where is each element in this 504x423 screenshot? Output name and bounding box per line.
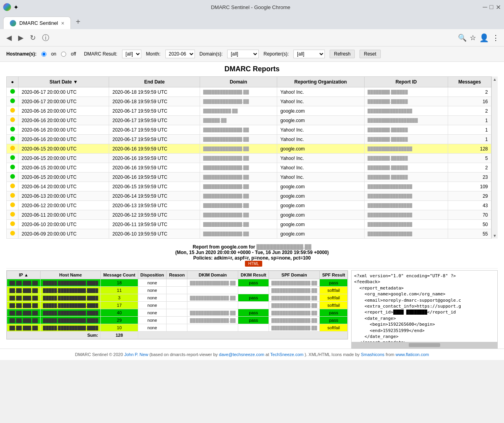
detail-table-row[interactable]: ██.██.███.██ █████.██████████.████ 18 no… [7,279,348,287]
tab-close-button[interactable]: × [61,20,64,26]
table-row[interactable]: 2020-06-17 20:00:00 UTC 2020-06-18 19:59… [7,97,491,106]
new-tab-button[interactable]: + [72,16,83,28]
end-date-cell: 2020-06-10 19:59:59 UTC [109,229,200,239]
col-dkim-domain[interactable]: DKIM Domain [187,271,238,279]
detail-table-row[interactable]: ██.██.███.██ █████.██████████.████ 3 non… [7,294,348,302]
table-row[interactable]: 2020-06-09 20:00:00 UTC 2020-06-10 19:59… [7,229,491,239]
table-row[interactable]: 2020-06-15 20:00:00 UTC 2020-06-16 19:59… [7,173,491,182]
dkim-result-cell: pass [238,309,269,317]
col-spf-result[interactable]: SPF Result [320,271,348,279]
maximize-icon[interactable]: □ [489,4,493,11]
status-dot [10,174,15,179]
table-row[interactable]: 2020-06-13 20:00:00 UTC 2020-06-14 19:59… [7,191,491,201]
minimize-icon[interactable]: ─ [483,4,487,11]
start-date-cell: 2020-06-09 20:00:00 UTC [19,229,109,239]
account-icon[interactable]: 👤 [479,33,489,43]
domain-cell: ██████████.██ [200,106,277,116]
menu-icon[interactable]: ⋮ [492,33,499,42]
back-button[interactable]: ◀ [5,32,13,44]
dmarc-result-select[interactable]: [all] [122,50,141,58]
footer-john-link[interactable]: John P. New [124,352,148,357]
detail-body: IP ▲ Host Name Message Count Disposition… [6,270,498,349]
table-row[interactable]: 2020-06-16 20:00:00 UTC 2020-06-17 19:59… [7,135,491,144]
scroll-up-arrow[interactable]: ▲ [492,76,498,82]
bookmark-icon[interactable]: ☆ [470,33,476,42]
ip-cell: ██.██.███.██ [7,317,41,324]
reports-title: DMARC Reports [6,65,498,73]
dkim-domain-cell [187,324,238,332]
info-button[interactable]: ⓘ [41,32,51,44]
col-messages[interactable]: Messages [448,77,491,87]
footer-techsneeze-link[interactable]: TechSneeze.com [270,352,303,357]
col-dkim-result[interactable]: DKIM Result [238,271,269,279]
reset-button[interactable]: Reset [359,50,380,58]
footer-dave-link[interactable]: dave@techsneeze.com [219,352,264,357]
col-start-date[interactable]: Start Date ▼ [19,77,109,87]
detail-table-container[interactable]: IP ▲ Host Name Message Count Disposition… [6,270,348,340]
reporter-select[interactable]: [all] [293,50,325,58]
table-row[interactable]: 2020-06-16 20:00:00 UTC 2020-06-17 19:59… [7,116,491,125]
col-disposition[interactable]: Disposition [138,271,167,279]
table-row[interactable]: 2020-06-14 20:00:00 UTC 2020-06-15 19:59… [7,182,491,191]
domains-select[interactable]: [all] [227,50,259,58]
close-icon[interactable]: ✕ [496,4,501,11]
count-cell: 11 [101,287,138,294]
table-row[interactable]: 2020-06-15 20:00:00 UTC 2020-06-16 19:59… [7,154,491,163]
sum-row: Sum: 128 [7,332,348,339]
xml-panel[interactable]: <?xml version="1.0" encoding="UTF-8" ?> … [351,270,498,349]
col-domain[interactable]: Domain [200,77,277,87]
report-id-cell: ████████████████ [364,182,448,191]
detail-table-row[interactable]: ██.██.███.██ █████.██████████.████ 10 no… [7,324,348,332]
count-cell: 10 [101,324,138,332]
col-host-name[interactable]: Host Name [41,271,101,279]
reports-scrollbar[interactable]: ▲ ▼ [491,76,498,239]
start-date-cell: 2020-06-15 20:00:00 UTC [19,163,109,173]
search-icon[interactable]: 🔍 [458,33,467,42]
footer-copyright: DMARC Sentinel © 2020 [75,352,123,357]
table-row[interactable]: 2020-06-15 20:00:00 UTC 2020-06-16 19:59… [7,163,491,173]
host-cell: █████.██████████.████ [41,279,101,287]
scroll-down-arrow[interactable]: ▼ [492,233,498,239]
hostname-off-label: off [71,51,76,57]
table-row[interactable]: 2020-06-16 20:00:00 UTC 2020-06-17 19:59… [7,106,491,116]
col-reporting-org[interactable]: Reporting Organization [277,77,364,87]
host-cell: █████.██████████.████ [41,287,101,294]
forward-button[interactable]: ▶ [17,32,25,44]
table-row[interactable]: 2020-06-16 20:00:00 UTC 2020-06-17 19:59… [7,125,491,135]
detail-table-row[interactable]: ██.██.███.██ █████.██████████.████ 11 no… [7,287,348,294]
table-row[interactable]: 2020-06-10 20:00:00 UTC 2020-06-11 19:59… [7,220,491,229]
col-reason[interactable]: Reason [167,271,187,279]
month-select[interactable]: 2020-06 [165,50,195,58]
col-spf-domain[interactable]: SPF Domain [269,271,320,279]
detail-table-row[interactable]: ██.██.███.██ █████.██████████.████ 29 no… [7,317,348,324]
table-row[interactable]: 2020-06-11 20:00:00 UTC 2020-06-12 19:59… [7,210,491,220]
status-dot-cell [7,163,19,173]
messages-cell: 16 [448,97,491,106]
col-message-count[interactable]: Message Count [101,271,138,279]
window-controls[interactable]: ─ □ ✕ [483,4,501,11]
table-row[interactable]: 2020-06-15 20:00:00 UTC 2020-06-16 19:59… [7,144,491,154]
reports-table-scroll[interactable]: ● Start Date ▼ End Date Domain Reporting… [6,76,491,239]
col-report-id[interactable]: Report ID [364,77,448,87]
html-export-button[interactable]: HTML [245,261,262,267]
detail-table-row[interactable]: ██.██.███.██ █████.██████████.████ 17 no… [7,302,348,309]
end-date-cell: 2020-06-17 19:59:59 UTC [109,135,200,144]
xml-horizontal-scrollbar[interactable] [352,342,497,348]
refresh-button[interactable]: Refresh [330,50,355,58]
hostname-off-radio[interactable] [61,52,66,57]
hostname-on-radio[interactable] [41,52,46,57]
col-end-date[interactable]: End Date [109,77,200,87]
footer-flaticon-link[interactable]: www.flaticon.com [395,352,429,357]
end-date-cell: 2020-06-17 19:59:59 UTC [109,125,200,135]
detail-table-row[interactable]: ██.██.███.██ █████.██████████.████ 40 no… [7,309,348,317]
detail-header-line1: Report from google.com for █████████████… [6,244,498,250]
refresh-button[interactable]: ↻ [28,32,37,44]
active-tab[interactable]: DMARC Sentinel × [3,17,71,29]
nav-icons: 🔍 ☆ 👤 ⋮ [458,33,499,43]
table-row[interactable]: 2020-06-17 20:00:00 UTC 2020-06-18 19:59… [7,87,491,97]
col-ip[interactable]: IP ▲ [7,271,41,279]
table-row[interactable]: 2020-06-12 20:00:00 UTC 2020-06-13 19:59… [7,201,491,210]
footer-smashicons-link[interactable]: Smashicons [361,352,384,357]
status-dot-cell [7,125,19,135]
count-cell: 3 [101,294,138,302]
